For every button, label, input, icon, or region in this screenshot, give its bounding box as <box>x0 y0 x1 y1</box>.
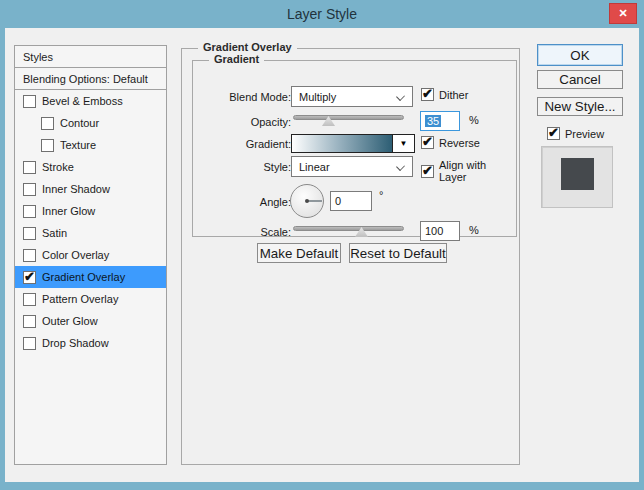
sidebar-item-gradient-overlay[interactable]: Gradient Overlay <box>15 266 166 288</box>
angle-field[interactable]: 0 <box>330 191 372 211</box>
style-value: Linear <box>299 161 330 173</box>
sidebar-item-blending-options-default[interactable]: Blending Options: Default <box>15 68 166 90</box>
sidebar-item-label: Blending Options: Default <box>23 73 148 85</box>
dither-checkbox-row[interactable]: Dither <box>421 88 468 101</box>
preview-thumbnail <box>541 146 613 208</box>
make-default-button[interactable]: Make Default <box>257 243 341 263</box>
scale-slider-track[interactable] <box>293 226 404 231</box>
sidebar-item-label: Color Overlay <box>42 249 109 261</box>
reverse-label: Reverse <box>439 137 480 149</box>
sidebar-item-drop-shadow[interactable]: Drop Shadow <box>15 332 166 354</box>
sidebar-item-checkbox[interactable] <box>23 293 36 306</box>
chevron-down-icon <box>396 92 405 101</box>
reset-to-default-button[interactable]: Reset to Default <box>349 243 447 263</box>
angle-dial[interactable] <box>290 184 324 218</box>
scale-field[interactable]: 100 <box>420 221 460 241</box>
sidebar-item-label: Bevel & Emboss <box>42 95 123 107</box>
gradient-picker[interactable]: ▼ <box>291 134 415 153</box>
angle-label: Angle: <box>201 196 291 208</box>
sidebar-item-label: Contour <box>60 117 99 129</box>
sidebar-item-texture[interactable]: Texture <box>15 134 166 156</box>
sidebar-item-checkbox[interactable] <box>23 95 36 108</box>
sidebar-item-label: Drop Shadow <box>42 337 109 349</box>
sidebar-item-label: Inner Glow <box>42 205 95 217</box>
new-style-button[interactable]: New Style... <box>537 97 623 116</box>
chevron-down-icon <box>396 162 405 171</box>
angle-unit: ° <box>379 189 383 201</box>
opacity-unit: % <box>469 114 479 126</box>
sidebar-item-checkbox[interactable] <box>41 117 54 130</box>
sidebar-item-stroke[interactable]: Stroke <box>15 156 166 178</box>
sidebar-item-label: Outer Glow <box>42 315 98 327</box>
sidebar-item-inner-shadow[interactable]: Inner Shadow <box>15 178 166 200</box>
layer-style-dialog: Layer Style ✕ StylesBlending Options: De… <box>0 0 644 490</box>
blend-mode-value: Multiply <box>299 91 336 103</box>
sidebar-item-checkbox[interactable] <box>23 205 36 218</box>
sidebar-item-bevel-emboss[interactable]: Bevel & Emboss <box>15 90 166 112</box>
scale-slider[interactable] <box>293 224 404 238</box>
scale-value: 100 <box>425 225 443 237</box>
dialog-title: Layer Style <box>287 6 357 22</box>
style-select[interactable]: Linear <box>291 156 413 177</box>
ok-button[interactable]: OK <box>537 44 623 66</box>
scale-unit: % <box>469 224 479 236</box>
angle-dial-center <box>305 199 309 203</box>
reverse-checkbox-row[interactable]: Reverse <box>421 136 480 149</box>
cancel-button[interactable]: Cancel <box>537 70 623 89</box>
align-with-layer-label: Align with Layer <box>439 159 516 183</box>
angle-value: 0 <box>335 195 341 207</box>
angle-dial-needle <box>307 200 322 202</box>
style-label: Style: <box>201 161 291 173</box>
sidebar-item-label: Inner Shadow <box>42 183 110 195</box>
gradient-swatch[interactable] <box>292 135 392 152</box>
sidebar-item-satin[interactable]: Satin <box>15 222 166 244</box>
sidebar-item-checkbox[interactable] <box>41 139 54 152</box>
sidebar-item-label: Texture <box>60 139 96 151</box>
sidebar-item-styles[interactable]: Styles <box>15 46 166 68</box>
sidebar-item-contour[interactable]: Contour <box>15 112 166 134</box>
opacity-field[interactable]: 35 <box>420 111 460 131</box>
reverse-checkbox[interactable] <box>421 136 434 149</box>
sidebar-item-checkbox[interactable] <box>23 183 36 196</box>
opacity-slider[interactable] <box>293 113 404 127</box>
sidebar-item-label: Stroke <box>42 161 74 173</box>
dither-label: Dither <box>439 89 468 101</box>
dither-checkbox[interactable] <box>421 88 434 101</box>
opacity-value: 35 <box>425 115 441 127</box>
sidebar-item-label: Pattern Overlay <box>42 293 118 305</box>
sidebar-item-checkbox[interactable] <box>23 271 36 284</box>
blend-mode-label: Blend Mode: <box>201 91 291 103</box>
gradient-dropdown-arrow-icon[interactable]: ▼ <box>392 135 414 152</box>
preview-swatch <box>561 158 594 190</box>
sidebar-item-checkbox[interactable] <box>23 161 36 174</box>
opacity-label: Opacity: <box>201 116 291 128</box>
subgroup-title: Gradient <box>209 53 264 65</box>
close-icon[interactable]: ✕ <box>609 3 637 24</box>
align-with-layer-checkbox[interactable] <box>421 165 434 178</box>
sidebar-item-checkbox[interactable] <box>23 315 36 328</box>
sidebar-item-pattern-overlay[interactable]: Pattern Overlay <box>15 288 166 310</box>
group-title: Gradient Overlay <box>198 41 297 53</box>
gradient-subgroup: Gradient Blend Mode: Multiply Dither Opa… <box>192 60 517 237</box>
sidebar-item-color-overlay[interactable]: Color Overlay <box>15 244 166 266</box>
gradient-label: Gradient: <box>201 138 291 150</box>
sidebar-item-label: Styles <box>23 51 53 63</box>
preview-checkbox[interactable] <box>547 127 560 140</box>
preview-checkbox-row[interactable]: Preview <box>547 127 604 140</box>
sidebar-item-label: Satin <box>42 227 67 239</box>
opacity-slider-track[interactable] <box>293 115 404 120</box>
titlebar[interactable]: Layer Style ✕ <box>0 0 644 28</box>
preview-label: Preview <box>565 128 604 140</box>
sidebar-item-checkbox[interactable] <box>23 227 36 240</box>
sidebar-item-inner-glow[interactable]: Inner Glow <box>15 200 166 222</box>
styles-sidebar: StylesBlending Options: DefaultBevel & E… <box>14 45 167 465</box>
sidebar-item-checkbox[interactable] <box>23 249 36 262</box>
sidebar-item-checkbox[interactable] <box>23 337 36 350</box>
dialog-body: StylesBlending Options: DefaultBevel & E… <box>5 28 639 482</box>
sidebar-item-label: Gradient Overlay <box>42 271 125 283</box>
scale-label: Scale: <box>201 226 291 238</box>
sidebar-item-outer-glow[interactable]: Outer Glow <box>15 310 166 332</box>
align-checkbox-row[interactable]: Align with Layer <box>421 159 516 183</box>
blend-mode-select[interactable]: Multiply <box>291 86 413 107</box>
